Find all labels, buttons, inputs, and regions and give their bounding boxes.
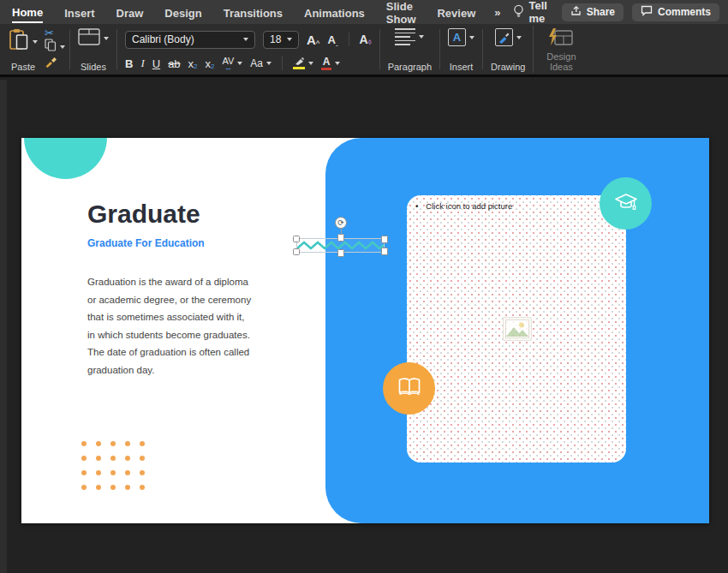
drawing-brush-icon — [495, 28, 513, 46]
chevron-down-icon — [335, 62, 340, 65]
body-line: graduation day. — [87, 361, 267, 379]
selection-handle[interactable] — [381, 248, 388, 255]
clear-formatting-button[interactable]: A◊ — [360, 33, 372, 46]
selected-zigzag-shape[interactable]: ⟳ — [296, 238, 385, 253]
tab-draw[interactable]: Draw — [116, 3, 144, 22]
slides-dropdown-chevron[interactable] — [104, 37, 109, 40]
tab-home[interactable]: Home — [12, 2, 43, 23]
change-case-button[interactable]: Aa — [250, 57, 272, 69]
body-line: Graduation is the award of a diploma — [87, 273, 267, 291]
add-picture-icon[interactable] — [503, 317, 532, 341]
comments-button[interactable]: Comments — [632, 3, 719, 21]
paragraph-button[interactable]: Paragraph — [383, 24, 437, 75]
teal-corner-circle-shape[interactable] — [24, 138, 107, 179]
eraser-icon: ◊ — [368, 39, 372, 46]
subscript-button[interactable]: x2 — [206, 57, 215, 70]
picture-placeholder-label: Click icon to add picture — [426, 201, 512, 211]
bold-button[interactable]: B — [125, 57, 133, 70]
selection-handle[interactable] — [337, 249, 344, 257]
selection-handle[interactable] — [293, 248, 300, 255]
ribbon-overflow-button[interactable]: » — [494, 6, 498, 19]
drawing-dropdown-chevron[interactable] — [516, 36, 522, 39]
ribbon-divider — [533, 26, 534, 73]
share-button[interactable]: Share — [562, 3, 624, 21]
clear-formatting-glyph: A — [360, 33, 368, 46]
chevron-down-icon — [287, 38, 292, 41]
tell-me-label: Tell me — [529, 0, 562, 25]
font-group: Calibri (Body) 18 A^ Aˬ A◊ — [120, 24, 377, 75]
open-book-badge[interactable] — [383, 362, 435, 415]
powerpoint-window: Home Insert Draw Design Transitions Anim… — [0, 0, 728, 573]
increase-font-size-button[interactable]: A^ — [307, 33, 320, 47]
orange-dots-decoration[interactable] — [81, 441, 145, 490]
tab-insert[interactable]: Insert — [64, 3, 94, 22]
format-painter-button[interactable] — [45, 56, 65, 71]
font-color-swatch — [321, 68, 331, 70]
tab-design[interactable]: Design — [164, 3, 201, 22]
rotation-handle[interactable]: ⟳ — [335, 217, 347, 229]
underline-button[interactable]: U — [152, 57, 160, 70]
font-row-divider — [349, 33, 349, 46]
menu-bar: Home Insert Draw Design Transitions Anim… — [0, 0, 728, 24]
subscript-mark: 2 — [211, 63, 214, 70]
chevron-down-icon — [243, 38, 248, 41]
italic-button[interactable]: I — [140, 57, 144, 70]
slide-title[interactable]: Graduate — [87, 200, 200, 229]
slides-button[interactable]: Slides — [73, 24, 114, 75]
comments-label: Comments — [658, 6, 711, 18]
chevron-down-icon — [266, 62, 272, 65]
spacing-arrows-icon: ↔ — [224, 66, 232, 70]
slides-label: Slides — [81, 62, 106, 72]
ribbon-divider — [379, 29, 380, 69]
share-icon — [570, 5, 582, 19]
editing-canvas: Graduate Graduate For Education Graduati… — [0, 80, 728, 573]
tab-animations[interactable]: Animations — [304, 3, 365, 22]
selection-handle[interactable] — [381, 236, 388, 243]
font-size-value: 18 — [270, 33, 281, 45]
design-ideas-button[interactable]: Design Ideas — [536, 24, 586, 75]
cut-button[interactable]: ✂ — [45, 27, 65, 39]
tab-transitions[interactable]: Transitions — [224, 3, 283, 22]
tab-review[interactable]: Review — [437, 3, 475, 22]
text-highlight-button[interactable] — [293, 57, 313, 69]
character-spacing-button[interactable]: AV ↔ — [223, 57, 243, 70]
graduation-cap-badge[interactable] — [600, 177, 652, 230]
picture-placeholder[interactable]: • Click icon to add picture — [407, 195, 626, 463]
copy-button[interactable] — [45, 39, 65, 55]
body-line: in which students become graduates. — [87, 326, 267, 344]
body-line: or academic degree, or the ceremony — [87, 291, 267, 309]
paste-dropdown-chevron[interactable] — [33, 40, 38, 44]
strikethrough-button[interactable]: ab — [168, 57, 180, 70]
font-color-button[interactable]: A — [321, 57, 340, 70]
copy-dropdown-chevron[interactable] — [60, 45, 65, 49]
superscript-button[interactable]: x2 — [188, 57, 198, 70]
clipboard-paste-icon — [9, 28, 29, 55]
slide[interactable]: Graduate Graduate For Education Graduati… — [21, 138, 709, 523]
insert-dropdown-chevron[interactable] — [469, 36, 474, 39]
design-ideas-label: Design Ideas — [541, 51, 581, 72]
paragraph-dropdown-chevron[interactable] — [419, 35, 424, 39]
font-name-select[interactable]: Calibri (Body) — [125, 31, 255, 49]
chevron-down-icon — [308, 62, 313, 65]
drawing-button[interactable]: Drawing — [486, 24, 530, 75]
tell-me-control[interactable]: Tell me — [513, 0, 562, 25]
clipboard-small-buttons: ✂ — [43, 24, 67, 75]
slide-subtitle[interactable]: Graduate For Education — [87, 237, 205, 249]
increase-font-glyph: A — [307, 33, 316, 47]
font-color-letter: A — [323, 57, 331, 67]
caret-down-icon: ˬ — [336, 39, 338, 46]
paste-button[interactable]: Paste — [3, 24, 43, 75]
menu-bar-right: Share Comments — [562, 3, 719, 21]
canvas-left-strip — [0, 80, 7, 573]
comment-icon — [641, 5, 653, 19]
insert-button[interactable]: A Insert — [443, 24, 480, 75]
share-label: Share — [587, 6, 615, 18]
selection-handle[interactable] — [293, 236, 300, 242]
ribbon-divider — [482, 29, 483, 69]
font-size-select[interactable]: 18 — [263, 31, 299, 49]
selection-handle[interactable] — [337, 234, 344, 242]
paragraph-lines-icon — [395, 28, 415, 45]
slide-body-text[interactable]: Graduation is the award of a diploma or … — [87, 273, 267, 379]
decrease-font-size-button[interactable]: Aˬ — [328, 33, 338, 46]
font-name-value: Calibri (Body) — [132, 33, 194, 45]
